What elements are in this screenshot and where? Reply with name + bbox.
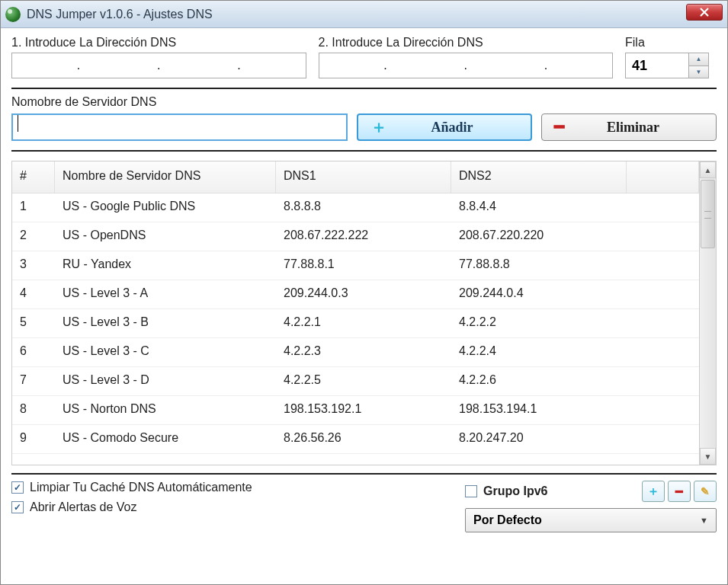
table-row[interactable]: 9US - Comodo Secure8.26.56.268.20.247.20 (12, 425, 699, 454)
cell-dns1: 4.2.2.5 (276, 367, 451, 395)
dns1-input[interactable]: . . . (11, 53, 306, 78)
cell-name: US - Level 3 - D (55, 367, 276, 395)
dns2-input[interactable]: . . . (319, 53, 614, 78)
dns-table: # Nombre de Servidor DNS DNS1 DNS2 1US -… (11, 161, 717, 465)
scroll-down-icon[interactable]: ▼ (700, 448, 716, 465)
row-spin-up[interactable]: ▲ (689, 53, 708, 66)
group-dropdown[interactable]: Por Defecto ▼ (465, 508, 717, 532)
minus-icon: ━ (675, 484, 683, 499)
chevron-down-icon: ▼ (700, 516, 708, 525)
col-spare (627, 161, 699, 193)
row-label: Fila (625, 36, 717, 50)
cell-dns2: 8.20.247.20 (451, 425, 627, 453)
table-row[interactable]: 3RU - Yandex77.88.8.177.88.8.8 (12, 251, 699, 280)
titlebar[interactable]: DNS Jumper v1.0.6 - Ajustes DNS (1, 1, 727, 28)
cell-dns2: 208.67.220.220 (451, 222, 627, 251)
cell-dns1: 8.8.8.8 (276, 193, 451, 222)
separator (11, 150, 717, 152)
cell-name: US - Norton DNS (55, 396, 276, 424)
close-button[interactable] (686, 4, 723, 21)
cell-name: US - Google Public DNS (55, 193, 276, 222)
cell-num: 6 (12, 338, 55, 366)
cell-dns2: 198.153.194.1 (451, 396, 627, 424)
table-row[interactable]: 8US - Norton DNS198.153.192.1198.153.194… (12, 396, 699, 425)
row-spin-down[interactable]: ▼ (689, 66, 708, 78)
plus-icon: ＋ (370, 116, 387, 139)
cell-num: 7 (12, 367, 55, 395)
voice-alerts-checkbox[interactable]: Abrir Alertas de Voz (11, 500, 456, 514)
table-row[interactable]: 2US - OpenDNS208.67.222.222208.67.220.22… (12, 222, 699, 251)
separator (11, 473, 717, 475)
cell-dns1: 4.2.2.3 (276, 338, 451, 366)
cell-dns2: 4.2.2.4 (451, 338, 627, 366)
cell-dns2: 77.88.8.8 (451, 251, 627, 280)
scroll-thumb[interactable] (701, 180, 715, 248)
group-edit-button[interactable]: ✎ (694, 481, 717, 502)
col-dns2[interactable]: DNS2 (451, 161, 627, 193)
edit-icon: ✎ (701, 485, 710, 497)
table-row[interactable]: 5US - Level 3 - B4.2.2.14.2.2.2 (12, 309, 699, 338)
cell-name: US - Level 3 - A (55, 280, 276, 308)
checkbox-icon (11, 501, 24, 513)
ipv6-group-checkbox[interactable]: Grupo Ipv6 (465, 484, 547, 498)
app-icon (5, 7, 21, 22)
cell-num: 9 (12, 425, 55, 453)
vertical-scrollbar[interactable]: ▲ ▼ (699, 161, 716, 465)
voice-alerts-label: Abrir Alertas de Voz (30, 500, 137, 514)
clear-cache-label: Limpiar Tu Caché DNS Automáticamente (30, 481, 252, 494)
cell-num: 1 (12, 193, 55, 222)
cell-dns2: 4.2.2.6 (451, 367, 627, 395)
cell-num: 8 (12, 396, 55, 424)
cell-dns1: 209.244.0.3 (276, 280, 451, 308)
delete-button[interactable]: ━ Eliminar (541, 113, 717, 141)
cell-num: 3 (12, 251, 55, 280)
cell-name: US - OpenDNS (55, 222, 276, 251)
cell-num: 5 (12, 309, 55, 337)
dns2-label: 2. Introduce La Dirección DNS (319, 36, 614, 50)
table-header: # Nombre de Servidor DNS DNS1 DNS2 (12, 161, 699, 193)
add-button[interactable]: ＋ Añadir (357, 113, 532, 141)
ipv6-group-label: Grupo Ipv6 (483, 484, 547, 498)
table-row[interactable]: 1US - Google Public DNS8.8.8.88.8.4.4 (12, 193, 699, 222)
cell-name: RU - Yandex (55, 251, 276, 280)
cell-dns2: 209.244.0.4 (451, 280, 627, 308)
cell-name: US - Level 3 - B (55, 309, 276, 337)
cell-dns1: 77.88.8.1 (276, 251, 451, 280)
dns1-label: 1. Introduce La Dirección DNS (11, 36, 306, 50)
row-input[interactable] (625, 53, 689, 78)
dropdown-value: Por Defecto (473, 513, 542, 527)
group-remove-button[interactable]: ━ (668, 481, 691, 502)
cell-dns1: 4.2.2.1 (276, 309, 451, 337)
checkbox-icon (465, 485, 477, 497)
checkbox-icon (11, 481, 24, 494)
table-row[interactable]: 6US - Level 3 - C4.2.2.34.2.2.4 (12, 338, 699, 367)
scroll-up-icon[interactable]: ▲ (700, 161, 716, 178)
separator (11, 88, 717, 89)
col-num[interactable]: # (12, 161, 55, 193)
cell-dns1: 198.153.192.1 (276, 396, 451, 424)
scroll-track[interactable] (700, 178, 716, 448)
cell-dns1: 8.26.56.26 (276, 425, 451, 453)
cell-dns2: 4.2.2.2 (451, 309, 627, 337)
cell-name: US - Comodo Secure (55, 425, 276, 453)
close-icon (700, 8, 709, 17)
cell-num: 2 (12, 222, 55, 251)
window-title: DNS Jumper v1.0.6 - Ajustes DNS (27, 8, 213, 21)
group-add-button[interactable]: ＋ (642, 481, 665, 502)
plus-icon: ＋ (647, 484, 659, 500)
cell-name: US - Level 3 - C (55, 338, 276, 366)
cell-dns1: 208.67.222.222 (276, 222, 451, 251)
col-dns1[interactable]: DNS1 (276, 161, 451, 193)
server-name-label: Nomobre de Servidor DNS (11, 95, 717, 109)
col-name[interactable]: Nombre de Servidor DNS (55, 161, 276, 193)
cell-dns2: 8.8.4.4 (451, 193, 627, 222)
cell-num: 4 (12, 280, 55, 308)
clear-cache-checkbox[interactable]: Limpiar Tu Caché DNS Automáticamente (11, 481, 456, 494)
table-row[interactable]: 7US - Level 3 - D4.2.2.54.2.2.6 (12, 367, 699, 396)
server-name-input[interactable] (11, 113, 348, 141)
table-row[interactable]: 4US - Level 3 - A209.244.0.3209.244.0.4 (12, 280, 699, 309)
